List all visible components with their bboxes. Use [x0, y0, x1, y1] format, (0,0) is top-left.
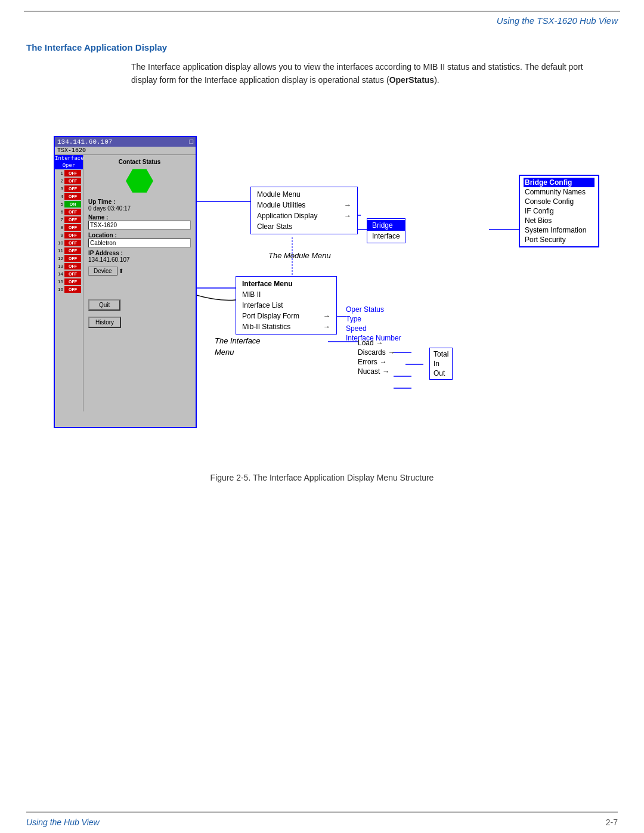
port-row: 7OFF	[55, 216, 83, 224]
oper-label: Oper	[55, 162, 83, 169]
port-status: OFF	[64, 178, 81, 184]
port-status: OFF	[64, 240, 81, 246]
port-number: 1	[55, 171, 64, 176]
port-status: OFF	[64, 216, 81, 223]
footer: Using the Hub View 2-7	[0, 812, 644, 833]
port-status: OFF	[64, 278, 81, 285]
port-status: OFF	[64, 255, 81, 262]
hex-indicator	[126, 169, 153, 193]
clear-stats-item[interactable]: Clear Stats	[251, 221, 357, 232]
mib-stats-item[interactable]: Mib-II Statistics →	[236, 321, 336, 332]
bridge-item[interactable]: Bridge	[367, 220, 405, 231]
port-row: 10OFF	[55, 239, 83, 247]
app-titlebar: 134.141.60.107 □	[55, 137, 196, 147]
port-number: 6	[55, 209, 64, 215]
mib-ii-item[interactable]: MIB II	[236, 289, 336, 300]
errors-row: Errors →	[358, 358, 395, 366]
module-utilities-arrow: →	[344, 201, 351, 209]
port-row: 1OFF	[55, 169, 83, 177]
oper-status-item[interactable]: Oper Status	[346, 305, 401, 314]
port-status: OFF	[64, 170, 81, 176]
nucast-arrow: →	[382, 367, 389, 376]
bridge-config-item[interactable]: Console Config	[524, 197, 595, 206]
port-number: 12	[55, 256, 64, 261]
close-icon: □	[189, 138, 193, 145]
port-row: 4OFF	[55, 193, 83, 200]
footer-content: Using the Hub View 2-7	[0, 813, 644, 833]
contact-status-title: Contact Status	[88, 159, 191, 165]
interface-menu-title: Interface Menu	[236, 278, 336, 289]
port-number: 14	[55, 271, 64, 277]
port-display-arrow: →	[323, 312, 330, 320]
port-row: 13OFF	[55, 262, 83, 270]
port-number: 2	[55, 178, 64, 184]
port-display-item[interactable]: Port Display Form →	[236, 311, 336, 321]
port-number: 16	[55, 287, 64, 292]
port-status: ON	[64, 201, 81, 208]
quit-btn[interactable]: Quit	[88, 299, 120, 311]
discards-arrow: →	[388, 348, 395, 357]
history-btn[interactable]: History	[88, 317, 121, 328]
bridge-config-item[interactable]: IF Config	[524, 206, 595, 216]
module-utilities-label: Module Utilities	[257, 201, 305, 209]
figure-area: 134.141.60.107 □ TSX-1620 Interface Oper…	[36, 103, 608, 467]
location-group: Location : Cabletron	[88, 232, 191, 247]
type-item[interactable]: Type	[346, 314, 401, 324]
module-menu-item-1[interactable]: Module Menu	[251, 189, 357, 200]
errors-arrow: →	[380, 358, 387, 366]
port-status: OFF	[64, 247, 81, 254]
bridge-interface-box: Bridge Interface	[367, 218, 405, 243]
bridge-config-box: Bridge ConfigCommunity NamesConsole Conf…	[519, 175, 599, 247]
port-status: OFF	[64, 185, 81, 192]
app-menubar: TSX-1620	[55, 147, 196, 155]
figure-caption: Figure 2-5. The Interface Application Di…	[0, 473, 644, 482]
port-number: 8	[55, 225, 64, 230]
ports-panel: Interface Oper 1OFF2OFF3OFF4OFF5ON6OFF7O…	[55, 155, 83, 411]
tsx-menu-item[interactable]: TSX-1620	[57, 147, 86, 154]
out-item: Out	[434, 368, 448, 378]
device-arrow: ⬆	[119, 268, 123, 274]
bridge-config-highlighted[interactable]: Bridge Config	[524, 178, 595, 187]
bridge-config-item[interactable]: Net Bios	[524, 216, 595, 225]
interface-menu-label: The Interface Menu	[215, 336, 261, 357]
port-row: 5ON	[55, 200, 83, 208]
port-number: 7	[55, 217, 64, 222]
load-arrow: →	[376, 339, 383, 347]
app-content-area: Contact Status Up Time : 0 days 03:40:17…	[83, 155, 196, 411]
ip-value: 134.141.60.107	[88, 256, 191, 263]
ip-group: IP Address : 134.141.60.107	[88, 250, 191, 263]
app-display-item[interactable]: Application Display →	[251, 210, 357, 221]
port-status: OFF	[64, 271, 81, 277]
uptime-group: Up Time : 0 days 03:40:17	[88, 199, 191, 212]
name-value: TSX-1620	[88, 221, 191, 230]
port-number: 15	[55, 279, 64, 284]
uptime-label: Up Time :	[88, 199, 191, 205]
interface-label: Interface	[55, 155, 83, 162]
speed-item[interactable]: Speed	[346, 324, 401, 333]
module-menu-box: Module Menu Module Utilities → Applicati…	[250, 187, 358, 234]
location-label: Location :	[88, 232, 191, 239]
port-row: 12OFF	[55, 255, 83, 262]
nucast-label: Nucast	[358, 367, 380, 376]
port-row: 16OFF	[55, 286, 83, 293]
app-title: 134.141.60.107	[57, 138, 112, 145]
location-value: Cabletron	[88, 239, 191, 247]
port-status: OFF	[64, 193, 81, 200]
section-heading: The Interface Application Display	[26, 42, 644, 52]
total-item: Total	[434, 349, 448, 359]
interface-item[interactable]: Interface	[367, 231, 405, 241]
bridge-config-item[interactable]: Community Names	[524, 187, 595, 197]
bridge-config-item[interactable]: Port Security	[524, 235, 595, 244]
device-btn[interactable]: Device	[88, 267, 117, 275]
interface-menu-box: Interface Menu MIB II Interface List Por…	[236, 276, 337, 335]
module-menu-label: The Module Menu	[268, 251, 331, 260]
load-row: Load →	[358, 339, 395, 347]
mib-stats-label: Mib-II Statistics	[242, 323, 290, 331]
port-number: 5	[55, 202, 64, 207]
bridge-config-item[interactable]: System Information	[524, 225, 595, 235]
port-display-submenu: Oper Status Type Speed Interface Number	[346, 305, 401, 343]
mib-stats-arrow: →	[323, 323, 330, 331]
interface-list-item[interactable]: Interface List	[236, 300, 336, 311]
app-window: 134.141.60.107 □ TSX-1620 Interface Oper…	[54, 136, 197, 428]
module-utilities-item[interactable]: Module Utilities →	[251, 200, 357, 210]
